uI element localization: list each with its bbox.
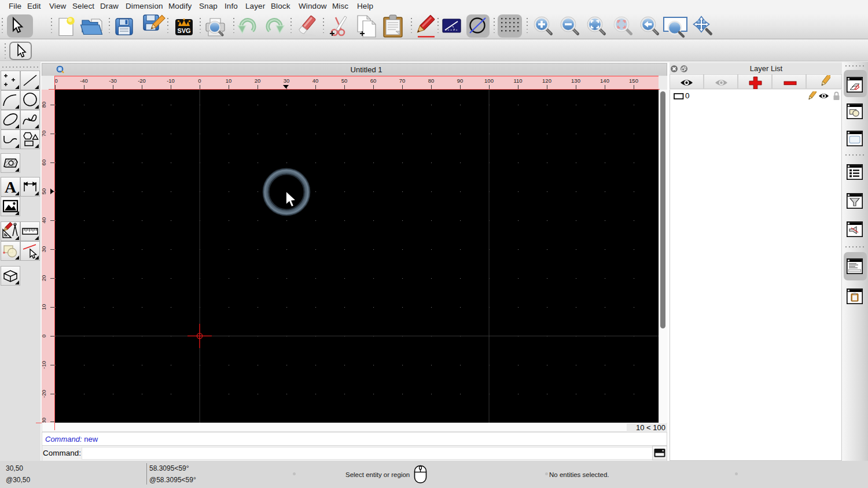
svg-text:30: 30 <box>284 77 290 84</box>
svg-text:140: 140 <box>600 77 609 84</box>
svg-text:10: 10 <box>42 304 47 310</box>
svg-text:20: 20 <box>255 77 261 84</box>
svg-text:10: 10 <box>226 77 232 84</box>
svg-text:0: 0 <box>42 334 47 337</box>
svg-text:80: 80 <box>42 102 47 108</box>
svg-text:40: 40 <box>312 77 319 84</box>
svg-text:50: 50 <box>42 188 47 195</box>
svg-text:-20: -20 <box>42 390 47 398</box>
svg-text:0: 0 <box>198 77 201 84</box>
svg-text:70: 70 <box>399 77 406 84</box>
svg-text:-10: -10 <box>42 361 47 369</box>
svg-text:110: 110 <box>513 77 522 84</box>
svg-text:60: 60 <box>370 77 377 84</box>
svg-text:130: 130 <box>571 77 580 84</box>
svg-text:-50: -50 <box>55 77 58 84</box>
svg-text:-20: -20 <box>138 77 146 84</box>
svg-text:70: 70 <box>42 131 47 137</box>
svg-text:120: 120 <box>542 77 551 84</box>
svg-text:-30: -30 <box>109 77 117 84</box>
svg-text:90: 90 <box>457 77 464 84</box>
svg-text:150: 150 <box>629 77 638 84</box>
svg-text:-40: -40 <box>80 77 88 84</box>
svg-text:50: 50 <box>341 77 348 84</box>
svg-text:SVG: SVG <box>177 27 190 34</box>
svg-text:100: 100 <box>484 77 494 84</box>
svg-text:30: 30 <box>42 246 47 253</box>
svg-text:-10: -10 <box>167 77 175 84</box>
svg-text:-30: -30 <box>42 417 47 423</box>
svg-text:60: 60 <box>42 160 47 166</box>
svg-text:40: 40 <box>42 217 47 224</box>
svg-text:20: 20 <box>42 275 47 282</box>
svg-text:80: 80 <box>428 77 435 84</box>
